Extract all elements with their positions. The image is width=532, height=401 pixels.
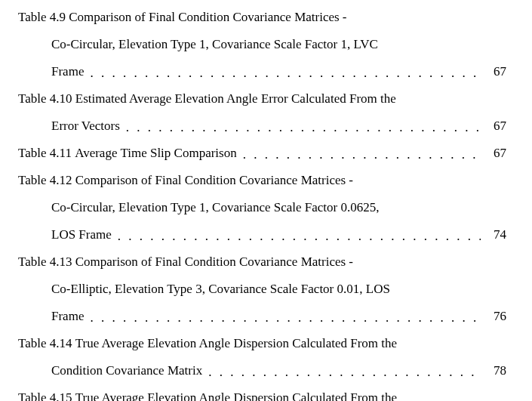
page-number: 74 <box>488 228 506 241</box>
toc-entry-continuation-line: Frame76 <box>51 310 506 322</box>
toc-entry-continuation-line: Co-Circular, Elevation Type 1, Covarianc… <box>51 201 506 214</box>
table-title-continuation: Frame <box>51 65 84 78</box>
dot-leader <box>118 230 481 242</box>
toc-entry-continuation-line: Co-Elliptic, Elevation Type 3, Covarianc… <box>51 282 506 295</box>
dot-leader <box>90 66 481 79</box>
page-number: 67 <box>488 147 506 159</box>
table-title-first: Average Time Slip Comparison <box>75 147 237 159</box>
table-label: Table 4.9 <box>18 11 66 23</box>
toc-entry-first-line: Table 4.15 True Average Elevation Angle … <box>18 391 506 401</box>
table-title-continuation: Co-Elliptic, Elevation Type 3, Covarianc… <box>51 282 390 295</box>
table-label: Table 4.11 <box>18 147 72 159</box>
dot-leader <box>243 148 481 161</box>
table-title-continuation: LOS Frame <box>51 228 112 241</box>
toc-entry-first-line: Table 4.13 Comparison of Final Condition… <box>18 255 506 268</box>
toc-entry-first-line: Table 4.10 Estimated Average Elevation A… <box>18 92 506 105</box>
dot-leader <box>208 366 481 378</box>
table-title-continuation: Frame <box>51 310 84 322</box>
page-number: 67 <box>488 119 506 132</box>
page-number: 76 <box>488 310 506 322</box>
table-title-first: Estimated Average Elevation Angle Error … <box>75 92 396 105</box>
table-title-continuation: Co-Circular, Elevation Type 1, Covarianc… <box>51 38 378 51</box>
toc-entry-continuation-line: Co-Circular, Elevation Type 1, Covarianc… <box>51 38 506 51</box>
toc-entry-continuation-line: Frame67 <box>51 65 506 78</box>
table-label: Table 4.10 <box>18 92 72 105</box>
dot-leader <box>90 311 481 324</box>
table-label: Table 4.15 <box>18 391 72 401</box>
table-title-continuation: Error Vectors <box>51 119 120 132</box>
table-title-first: Comparison of Final Condition Covariance… <box>69 11 346 23</box>
toc-entry-continuation-line: LOS Frame74 <box>51 228 506 241</box>
toc-entry-first-line: Table 4.9 Comparison of Final Condition … <box>18 11 506 23</box>
table-title-first: Comparison of Final Condition Covariance… <box>75 174 353 187</box>
table-title-first: Comparison of Final Condition Covariance… <box>75 255 353 268</box>
table-title-continuation: Condition Covariance Matrix <box>51 364 202 377</box>
toc-entry-first-line: Table 4.12 Comparison of Final Condition… <box>18 174 506 187</box>
page-number: 78 <box>488 364 506 377</box>
table-label: Table 4.13 <box>18 255 72 268</box>
page-number: 67 <box>488 65 506 78</box>
list-of-tables-page: Table 4.9 Comparison of Final Condition … <box>0 0 532 401</box>
table-title-first: True Average Elevation Angle Dispersion … <box>75 337 397 350</box>
dot-leader <box>126 121 481 134</box>
toc-entry-first-line: Table 4.11 Average Time Slip Comparison6… <box>18 147 506 159</box>
table-label: Table 4.12 <box>18 174 72 187</box>
table-title-continuation: Co-Circular, Elevation Type 1, Covarianc… <box>51 201 380 214</box>
toc-entry-continuation-line: Error Vectors67 <box>51 119 506 132</box>
table-label: Table 4.14 <box>18 337 72 350</box>
table-title-first: True Average Elevation Angle Dispersion … <box>75 391 397 401</box>
toc-entry-first-line: Table 4.14 True Average Elevation Angle … <box>18 337 506 350</box>
toc-entry-continuation-line: Condition Covariance Matrix78 <box>51 364 506 377</box>
